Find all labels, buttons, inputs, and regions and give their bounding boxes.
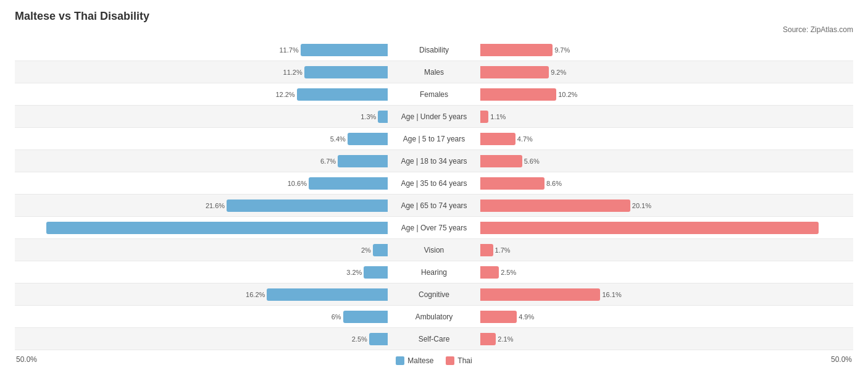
thai-bar — [480, 88, 556, 101]
thai-value: 9.2% — [549, 69, 566, 76]
maltese-value: 21.6% — [206, 202, 227, 209]
row-label: Hearing — [388, 268, 480, 277]
footer-right-value: 50.0% — [831, 355, 852, 364]
chart-row: 6%Ambulatory4.9% — [15, 306, 853, 328]
maltese-value: 10.6% — [288, 180, 309, 187]
maltese-bar — [267, 288, 388, 301]
maltese-bar — [369, 333, 388, 345]
chart-row: 6.7%Age | 18 to 34 years5.6% — [15, 150, 853, 172]
row-label: Age | 18 to 34 years — [388, 157, 480, 166]
row-label: Ambulatory — [388, 313, 480, 321]
maltese-value: 2% — [361, 246, 373, 254]
thai-bar — [480, 66, 549, 78]
chart-row: 10.6%Age | 35 to 64 years8.6% — [15, 172, 853, 195]
thai-bar — [480, 222, 819, 234]
thai-bar — [480, 177, 545, 190]
chart-row: 2.5%Self-Care2.1% — [15, 328, 853, 350]
maltese-bar — [378, 111, 388, 123]
maltese-value: 3.2% — [346, 269, 364, 276]
thai-bar — [480, 111, 488, 123]
maltese-bar — [301, 44, 388, 56]
thai-value: 8.6% — [545, 180, 562, 187]
legend-thai-label: Thai — [457, 356, 472, 365]
row-label: Age | 5 to 17 years — [388, 135, 480, 143]
maltese-bar — [309, 177, 388, 190]
maltese-bar — [227, 200, 388, 212]
chart-row: 5.4%Age | 5 to 17 years4.7% — [15, 128, 853, 150]
thai-bar — [480, 155, 522, 167]
chart-row: 12.2%Females10.2% — [15, 83, 853, 106]
thai-value: 1.7% — [493, 246, 511, 254]
chart-row: 21.6%Age | 65 to 74 years20.1% — [15, 195, 853, 217]
maltese-value: 11.2% — [283, 69, 304, 76]
thai-bar — [480, 333, 496, 345]
row-label: Males — [388, 68, 480, 77]
thai-value: 45.4% — [832, 224, 851, 232]
thai-value: 4.9% — [517, 313, 534, 321]
thai-bar — [480, 244, 493, 256]
maltese-value: 1.3% — [361, 113, 378, 120]
maltese-value: 2.5% — [352, 335, 369, 343]
row-label: Age | Over 75 years — [388, 224, 480, 232]
thai-value: 20.1% — [630, 202, 651, 209]
maltese-value: 45.8% — [17, 224, 36, 232]
chart-container: 11.7%Disability9.7%11.2%Males9.2%12.2%Fe… — [15, 39, 853, 350]
maltese-bar — [304, 66, 388, 78]
thai-value: 9.7% — [553, 46, 570, 54]
thai-bar — [480, 200, 630, 212]
legend-maltese-label: Maltese — [407, 356, 433, 365]
maltese-bar — [297, 88, 388, 101]
row-label: Cognitive — [388, 290, 480, 299]
chart-title: Maltese vs Thai Disability — [15, 10, 853, 23]
legend-thai: Thai — [446, 356, 472, 365]
row-label: Age | 35 to 64 years — [388, 179, 480, 188]
maltese-bar — [46, 222, 388, 234]
maltese-value: 6.7% — [320, 158, 338, 165]
thai-value: 2.5% — [499, 269, 516, 276]
legend-maltese: Maltese — [396, 356, 433, 365]
row-label: Age | Under 5 years — [388, 112, 480, 121]
thai-bar — [480, 133, 515, 145]
maltese-bar — [348, 133, 388, 145]
thai-bar — [480, 44, 553, 56]
chart-row: 11.7%Disability9.7% — [15, 39, 853, 61]
maltese-bar — [338, 155, 388, 167]
thai-value: 4.7% — [515, 135, 533, 143]
thai-value: 1.1% — [488, 113, 506, 120]
thai-value: 2.1% — [496, 335, 513, 343]
thai-bar — [480, 311, 517, 323]
chart-row: 2%Vision1.7% — [15, 239, 853, 261]
footer-left-value: 50.0% — [16, 355, 37, 364]
thai-value: 5.6% — [522, 158, 540, 165]
maltese-value: 5.4% — [330, 135, 348, 143]
row-label: Vision — [388, 246, 480, 254]
thai-value: 10.2% — [556, 91, 577, 98]
thai-bar — [480, 266, 499, 279]
row-label: Females — [388, 90, 480, 99]
row-label: Self-Care — [388, 335, 480, 343]
thai-value: 16.1% — [600, 291, 621, 298]
maltese-value: 12.2% — [275, 91, 296, 98]
chart-row: 1.3%Age | Under 5 years1.1% — [15, 106, 853, 128]
maltese-value: 11.7% — [279, 46, 300, 54]
maltese-bar — [364, 266, 388, 279]
chart-row: 16.2%Cognitive16.1% — [15, 284, 853, 306]
maltese-bar — [343, 311, 388, 323]
thai-bar — [480, 288, 600, 301]
chart-row: 11.2%Males9.2% — [15, 61, 853, 83]
chart-row: 3.2%Hearing2.5% — [15, 261, 853, 284]
source-text: Source: ZipAtlas.com — [15, 25, 853, 34]
maltese-value: 6% — [332, 313, 343, 321]
row-label: Age | 65 to 74 years — [388, 201, 480, 210]
maltese-value: 16.2% — [246, 291, 267, 298]
maltese-bar — [373, 244, 388, 256]
row-label: Disability — [388, 46, 480, 54]
chart-row: 45.8%Age | Over 75 years45.4% — [15, 217, 853, 239]
